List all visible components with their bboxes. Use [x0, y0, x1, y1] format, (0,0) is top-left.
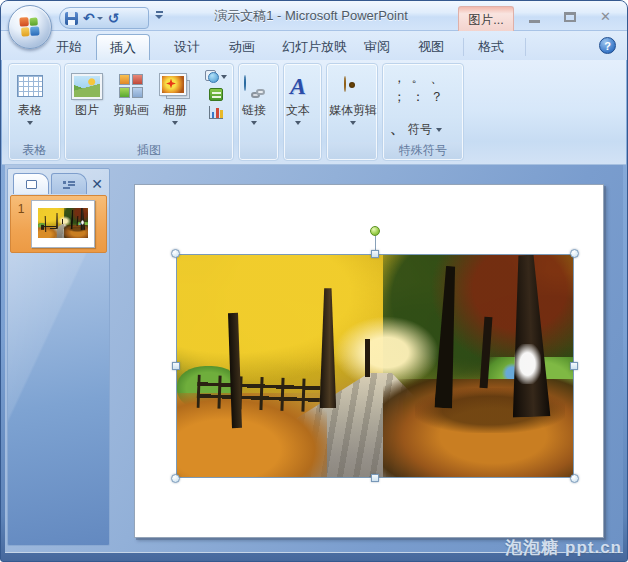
undo-button[interactable]: ↶ — [83, 11, 103, 25]
smartart-icon — [209, 88, 223, 101]
text-a-icon: A — [290, 74, 306, 98]
resize-handle-middle-left[interactable] — [172, 362, 180, 370]
smartart-button[interactable] — [209, 88, 223, 101]
illustrations-small-buttons — [203, 70, 229, 119]
thumbnail-photo — [38, 208, 88, 238]
tab-insert[interactable]: 插入 — [96, 34, 150, 60]
tab-design[interactable]: 设计 — [161, 34, 213, 60]
maximize-icon — [564, 12, 576, 22]
workspace: ✕ 1 — [5, 165, 623, 552]
symbol-colon[interactable]: ： — [409, 90, 428, 103]
slide-canvas[interactable] — [134, 184, 604, 538]
resize-handle-top-left[interactable] — [171, 249, 180, 258]
symbol-period[interactable]: 。 — [409, 71, 428, 84]
picture-tools-contextual-header[interactable]: 图片... — [458, 6, 514, 31]
symbol-dunhao[interactable]: 、 — [427, 71, 446, 84]
title-bar: ↶ ↺ 演示文稿1 - Microsoft PowerPoint 图片... ✕ — [1, 1, 627, 31]
table-button[interactable]: 表格 — [17, 69, 43, 125]
dropdown-arrow-icon — [251, 121, 257, 125]
window-title: 演示文稿1 - Microsoft PowerPoint — [161, 1, 461, 30]
tab-slides-thumbnails[interactable] — [13, 173, 49, 194]
tab-review[interactable]: 审阅 — [351, 34, 403, 60]
photo-album-icon — [160, 74, 190, 99]
slide-number: 1 — [11, 196, 31, 252]
window-controls: ✕ — [529, 10, 611, 24]
slides-tab-icon — [26, 180, 37, 189]
symbol-button[interactable]: 、 符号 — [390, 120, 442, 138]
group-label-illustrations: 插图 — [66, 142, 232, 159]
slides-panel: ✕ 1 — [7, 168, 110, 546]
save-button[interactable] — [65, 12, 78, 25]
group-label-media — [328, 142, 376, 159]
group-special-symbols: ， 。 、 ； ： ？ 、 符号 特殊符号 — [382, 63, 464, 161]
group-tables: 表格 表格 — [8, 63, 61, 161]
symbol-question[interactable]: ？ — [427, 90, 446, 103]
group-label-text — [285, 142, 320, 159]
slide-thumbnail-selected[interactable]: 1 — [10, 195, 107, 253]
rotation-handle[interactable] — [370, 226, 380, 236]
ribbon-tab-strip: 开始 插入 设计 动画 幻灯片放映 审阅 视图 格式 — [1, 31, 627, 60]
panel-tabs: ✕ — [8, 169, 109, 194]
resize-handle-middle-right[interactable] — [570, 362, 578, 370]
office-logo-icon — [19, 16, 40, 37]
save-icon — [65, 12, 78, 25]
tab-view[interactable]: 视图 — [405, 34, 457, 60]
clipart-icon — [119, 74, 143, 98]
maximize-button[interactable] — [564, 12, 576, 22]
group-links: 链接 — [238, 63, 279, 161]
close-button[interactable]: ✕ — [600, 10, 611, 24]
dropdown-arrow-icon — [221, 75, 227, 79]
group-label-links — [240, 142, 277, 159]
tab-slideshow[interactable]: 幻灯片放映 — [269, 34, 360, 60]
group-label-special-symbols: 特殊符号 — [384, 142, 462, 159]
inserted-picture-selection[interactable] — [176, 254, 574, 478]
resize-handle-bottom-right[interactable] — [570, 474, 579, 483]
tab-separator — [525, 38, 526, 56]
links-button[interactable]: 链接 — [242, 69, 266, 125]
resize-handle-bottom-left[interactable] — [171, 474, 180, 483]
slide-thumbnail[interactable] — [31, 200, 95, 248]
tab-outline[interactable] — [51, 173, 87, 194]
tab-home[interactable]: 开始 — [43, 34, 95, 60]
minimize-button[interactable] — [529, 12, 540, 23]
picture-button[interactable]: 图片 — [72, 69, 102, 118]
clipart-button[interactable]: 剪贴画 — [113, 69, 149, 118]
resize-handle-top-center[interactable] — [371, 250, 379, 258]
group-media: 媒体剪辑 — [326, 63, 378, 161]
speaker-icon — [344, 77, 362, 95]
hyperlink-globe-icon — [244, 76, 264, 96]
redo-icon: ↺ — [108, 11, 120, 25]
slide-editor[interactable] — [115, 168, 621, 546]
tab-separator — [463, 38, 464, 56]
panel-close-button[interactable]: ✕ — [91, 174, 103, 194]
outline-tab-icon — [63, 180, 75, 189]
undo-dropdown-icon — [97, 17, 103, 20]
resize-handle-bottom-center[interactable] — [371, 474, 379, 482]
symbol-semicolon[interactable]: ； — [390, 90, 409, 103]
minimize-icon — [529, 20, 540, 23]
shapes-icon — [205, 70, 219, 83]
office-button[interactable] — [8, 5, 52, 49]
inserted-picture[interactable] — [176, 254, 574, 478]
redo-button[interactable]: ↺ — [108, 11, 120, 25]
text-button[interactable]: A 文本 — [286, 69, 310, 125]
tab-animations[interactable]: 动画 — [216, 34, 268, 60]
dropdown-arrow-icon — [436, 128, 442, 132]
picture-icon — [72, 74, 102, 99]
chart-button[interactable] — [209, 106, 223, 119]
dropdown-arrow-icon — [172, 121, 178, 125]
dropdown-arrow-icon — [27, 121, 33, 125]
symbol-comma[interactable]: ， — [390, 71, 409, 84]
chart-icon — [209, 106, 223, 119]
site-watermark: 泡泡糖 ppt.cn — [505, 536, 622, 559]
undo-icon: ↶ — [83, 11, 95, 25]
group-illustrations: 图片 剪贴画 相册 插图 — [64, 63, 234, 161]
media-clips-button[interactable]: 媒体剪辑 — [327, 69, 379, 125]
resize-handle-top-right[interactable] — [570, 249, 579, 258]
help-button[interactable]: ? — [599, 37, 616, 54]
symbol-pause[interactable]: 、 — [390, 120, 404, 138]
tab-format-contextual[interactable]: 格式 — [465, 34, 517, 60]
quick-access-toolbar: ↶ ↺ — [59, 7, 149, 29]
shapes-button[interactable] — [205, 70, 227, 83]
photo-album-button[interactable]: 相册 — [160, 69, 190, 125]
